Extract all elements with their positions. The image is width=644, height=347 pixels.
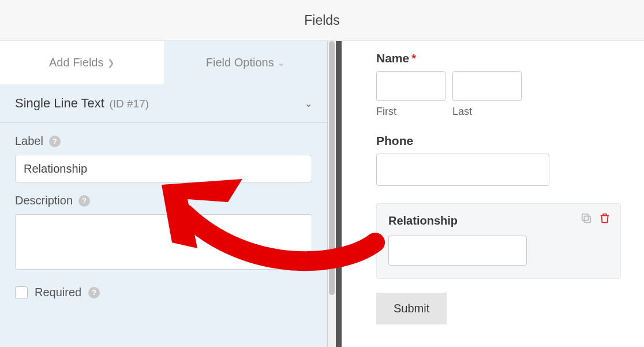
svg-rect-1 xyxy=(582,214,589,221)
description-text: Description xyxy=(15,194,73,207)
last-name-input[interactable] xyxy=(452,71,522,101)
relationship-field-label: Relationship xyxy=(388,214,609,227)
section-title-wrap: Single Line Text (ID #17) xyxy=(15,96,149,111)
required-star-icon: * xyxy=(411,52,416,65)
required-label: Required xyxy=(35,286,81,299)
svg-rect-0 xyxy=(584,216,590,222)
help-icon[interactable]: ? xyxy=(88,287,100,299)
name-sublabels: First Last xyxy=(376,106,621,118)
drag-handle[interactable] xyxy=(336,41,342,347)
form-preview: Name * First Last Phone Relationship xyxy=(347,41,644,347)
tab-add-fields-label: Add Fields xyxy=(49,56,104,69)
name-field-label: Name * xyxy=(376,51,621,65)
chevron-right-icon: ❯ xyxy=(107,58,115,68)
first-sublabel: First xyxy=(376,106,445,118)
first-name-input[interactable] xyxy=(376,71,445,101)
label-field-label: Label ? xyxy=(15,135,312,148)
section-title: Single Line Text xyxy=(15,96,104,110)
label-text: Label xyxy=(15,135,43,148)
description-textarea[interactable] xyxy=(15,214,312,270)
name-inputs-row xyxy=(376,71,621,101)
description-field-group: Description ? xyxy=(0,182,327,272)
chevron-down-icon: ⌄ xyxy=(278,58,285,68)
field-section-header[interactable]: Single Line Text (ID #17) ⌄ xyxy=(0,84,327,123)
section-id: (ID #17) xyxy=(109,98,149,110)
field-actions xyxy=(580,212,611,225)
label-input[interactable] xyxy=(15,155,312,182)
submit-button[interactable]: Submit xyxy=(376,293,447,324)
panel-tabs: Add Fields ❯ Field Options ⌄ xyxy=(0,41,327,84)
scrollbar-track[interactable] xyxy=(328,41,336,347)
required-checkbox[interactable] xyxy=(15,286,28,299)
chevron-down-icon: ⌄ xyxy=(305,98,312,109)
help-icon[interactable]: ? xyxy=(49,136,61,147)
panel-divider xyxy=(328,41,347,347)
duplicate-icon[interactable] xyxy=(580,212,593,225)
required-row: Required ? xyxy=(0,272,327,313)
left-panel: Add Fields ❯ Field Options ⌄ Single Line… xyxy=(0,41,328,347)
main-layout: Add Fields ❯ Field Options ⌄ Single Line… xyxy=(0,41,644,347)
top-bar: Fields xyxy=(0,0,644,41)
description-field-label: Description ? xyxy=(15,194,312,207)
page-title: Fields xyxy=(304,13,339,28)
scrollbar-thumb[interactable] xyxy=(329,41,335,295)
phone-field-label: Phone xyxy=(376,134,621,148)
trash-icon[interactable] xyxy=(598,212,611,225)
phone-input[interactable] xyxy=(376,154,549,186)
name-label-text: Name xyxy=(376,51,409,65)
help-icon[interactable]: ? xyxy=(78,195,90,207)
last-sublabel: Last xyxy=(452,106,522,118)
label-field-group: Label ? xyxy=(0,123,327,182)
tab-field-options[interactable]: Field Options ⌄ xyxy=(164,41,328,84)
tab-add-fields[interactable]: Add Fields ❯ xyxy=(0,41,164,84)
relationship-input[interactable] xyxy=(388,236,527,266)
tab-field-options-label: Field Options xyxy=(206,56,274,69)
selected-field-relationship[interactable]: Relationship xyxy=(376,203,621,279)
